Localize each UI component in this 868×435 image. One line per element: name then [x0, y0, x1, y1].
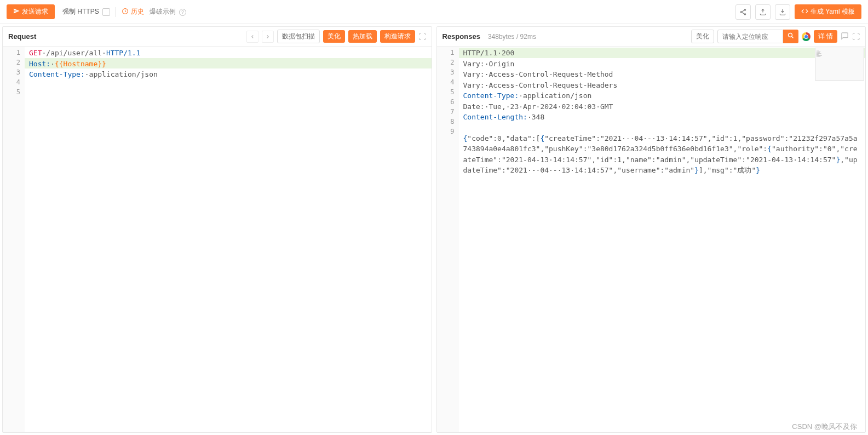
export-icon	[759, 8, 767, 16]
clock-icon	[122, 8, 129, 16]
share-icon	[739, 8, 747, 16]
response-search-input[interactable]	[717, 30, 783, 43]
response-panel: Responses 348bytes / 92ms 美化 详 情 ⛶ 123	[436, 26, 866, 433]
response-meta: 348bytes / 92ms	[488, 33, 536, 41]
response-search-button[interactable]	[783, 30, 798, 43]
response-editor[interactable]: 123456789 HTTP/1.1·200Vary:·OriginVary:·…	[437, 47, 866, 432]
send-request-button[interactable]: 发送请求	[7, 4, 55, 19]
share-button[interactable]	[735, 4, 751, 20]
code-icon	[801, 8, 808, 16]
request-gutter: 12345	[3, 47, 25, 432]
toolbar-right: 生成 Yaml 模板	[735, 4, 861, 20]
response-title: Responses	[442, 32, 480, 41]
watermark: CSDN @晚风不及你	[792, 422, 857, 432]
example-button[interactable]: 爆破示例 ?	[150, 7, 186, 16]
scan-label: 数据包扫描	[282, 32, 315, 40]
request-header: Request 数据包扫描 美化 热加载 构造请求 ⛶	[3, 27, 432, 47]
history-label: 历史	[131, 7, 144, 16]
history-button[interactable]: 历史	[122, 7, 144, 16]
force-https-label: 强制 HTTPS	[62, 7, 99, 16]
prev-button[interactable]	[246, 31, 258, 43]
import-button[interactable]	[775, 4, 790, 20]
construct-button[interactable]: 构造请求	[380, 30, 415, 43]
top-toolbar: 发送请求 强制 HTTPS 历史 爆破示例 ? 生成 Yaml 模板	[0, 0, 868, 24]
chevron-right-icon	[265, 34, 271, 39]
divider	[116, 7, 116, 17]
request-editor[interactable]: 12345 GET·/api/user/all·HTTP/1.1Host:·{{…	[3, 47, 432, 432]
beautify-request-button[interactable]: 美化	[323, 30, 345, 43]
svg-point-3	[744, 13, 745, 14]
search-icon	[787, 32, 794, 39]
detail-button[interactable]: 详 情	[814, 30, 837, 43]
gen-yaml-button[interactable]: 生成 Yaml 模板	[795, 4, 861, 19]
response-lines: HTTP/1.1·200Vary:·OriginVary:·Access-Con…	[459, 47, 866, 432]
send-icon	[13, 8, 20, 16]
beautify-label: 美化	[327, 32, 341, 40]
response-header: Responses 348bytes / 92ms 美化 详 情 ⛶	[437, 27, 866, 47]
scan-button[interactable]: 数据包扫描	[277, 30, 320, 43]
main-split: Request 数据包扫描 美化 热加载 构造请求 ⛶ 12345 GET·/a…	[0, 24, 868, 435]
chevron-left-icon	[250, 34, 255, 39]
gen-yaml-label: 生成 Yaml 模板	[810, 7, 855, 16]
svg-point-4	[788, 33, 792, 37]
detail-label: 详 情	[818, 32, 833, 40]
request-lines: GET·/api/user/all·HTTP/1.1Host:·{{Hostna…	[25, 47, 432, 432]
hot-reload-label: 热加载	[353, 32, 372, 40]
next-button[interactable]	[262, 31, 274, 43]
svg-point-2	[740, 11, 741, 12]
export-button[interactable]	[755, 4, 771, 20]
force-https-checkbox[interactable]	[102, 8, 110, 16]
help-icon: ?	[179, 9, 186, 16]
beautify-resp-label: 美化	[696, 32, 709, 40]
send-label: 发送请求	[22, 7, 48, 16]
hot-reload-button[interactable]: 热加载	[348, 30, 377, 43]
svg-point-1	[744, 9, 745, 10]
request-title: Request	[8, 32, 36, 41]
construct-label: 构造请求	[384, 32, 411, 40]
import-icon	[779, 8, 786, 16]
expand-response-button[interactable]: ⛶	[852, 32, 860, 41]
chat-icon[interactable]	[841, 32, 849, 42]
chrome-icon[interactable]	[802, 32, 810, 41]
response-gutter: 123456789	[437, 47, 459, 432]
beautify-response-button[interactable]: 美化	[691, 30, 714, 43]
example-label: 爆破示例	[150, 8, 176, 15]
request-panel: Request 数据包扫描 美化 热加载 构造请求 ⛶ 12345 GET·/a…	[2, 26, 432, 433]
expand-request-button[interactable]: ⛶	[418, 32, 426, 41]
